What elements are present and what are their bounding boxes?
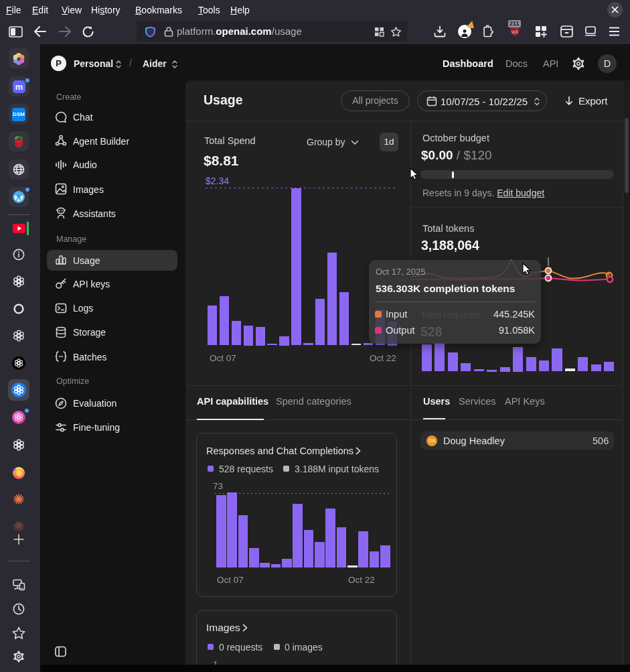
svg-text:w3: w3 <box>511 29 518 35</box>
